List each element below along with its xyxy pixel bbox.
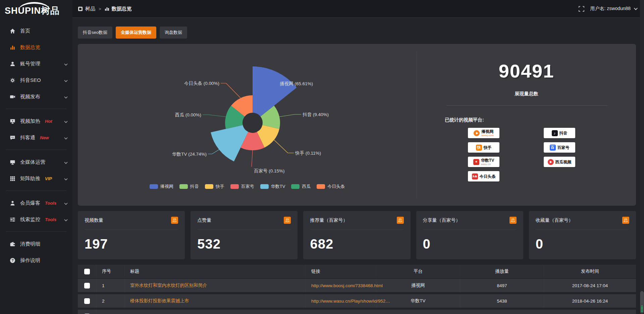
sidebar-item-home[interactable]: 首页	[0, 23, 72, 38]
sidebar-item-tag: Tools	[45, 217, 56, 222]
tab-2[interactable]: 询盘数据	[160, 27, 187, 39]
legend-item-播视网[interactable]: 播视网	[150, 184, 173, 190]
sidebar-item-user[interactable]: 账号管理	[0, 56, 72, 71]
播视网-logo-icon	[474, 130, 480, 136]
summary-panel: 90491 展现量总数 已统计的视频平台: 播视网boosj.com♪抖音快快手…	[417, 44, 636, 206]
breadcrumb-root[interactable]: 树品	[85, 6, 95, 12]
total-badge[interactable]: 总	[284, 217, 291, 224]
user-menu-chevron-icon	[634, 6, 638, 10]
legend-label: 快手	[216, 184, 224, 190]
pie-label-line	[252, 150, 253, 167]
sidebar-item-question[interactable]: ?操作说明	[0, 253, 72, 268]
cell-link[interactable]: http://www.boosj.com/7338468.html	[306, 279, 376, 292]
monitor-icon	[9, 159, 15, 165]
chevron-down-icon[interactable]	[64, 200, 68, 206]
stat-card-label: 推荐量（百家号）	[310, 217, 347, 223]
person-icon	[9, 200, 15, 206]
stat-card-label: 点赞量	[197, 217, 211, 223]
sidebar-item-chat[interactable]: 抖客通New	[0, 130, 72, 145]
platform-badge-快手[interactable]: 快快手	[468, 142, 499, 153]
legend-label: 播视网	[160, 184, 173, 190]
platform-badge-今日头条[interactable]: 头条今日头条	[468, 171, 499, 181]
page-scrollbar[interactable]	[640, 0, 644, 314]
chevron-down-icon[interactable]	[64, 159, 68, 165]
wallet-icon	[9, 241, 15, 247]
sidebar-item-label: 账号管理	[20, 61, 40, 67]
chevron-down-icon[interactable]	[64, 61, 68, 67]
sidebar-item-gear[interactable]: 抖音SEO	[0, 73, 72, 88]
row-checkbox[interactable]	[84, 298, 90, 304]
sidebar-item-label: 数据总览	[20, 44, 40, 51]
tab-1[interactable]: 全媒体运营数据	[116, 27, 156, 39]
chevron-down-icon[interactable]	[64, 77, 68, 83]
topbar-right: 用户名: zswodun88	[579, 6, 637, 12]
breadcrumb-current: 数据总览	[112, 6, 132, 12]
select-all-checkbox[interactable]	[84, 269, 90, 274]
user-icon	[9, 61, 15, 67]
华数TV-logo-icon: ✶	[473, 159, 479, 165]
legend-item-西瓜[interactable]: 西瓜	[291, 184, 311, 190]
cell-idx: 2	[97, 294, 125, 308]
total-badge[interactable]: 总	[509, 217, 517, 224]
row-checkbox-cell	[78, 294, 97, 308]
stat-card-value: 532	[197, 237, 291, 252]
百家号-logo-icon: 百	[550, 145, 556, 151]
sidebar-item-person[interactable]: 会员爆客Tools	[0, 196, 72, 210]
legend-swatch	[179, 184, 188, 189]
cell-time: 2017-08-24 17:04	[544, 279, 636, 292]
username-display[interactable]: 用户名: zswodun88	[590, 6, 637, 12]
topbar: 树品 > 数据总览 用户名: zswodun88	[72, 0, 644, 18]
total-badge[interactable]: 总	[622, 217, 629, 224]
platform-badge-播视网[interactable]: 播视网boosj.com	[468, 128, 499, 138]
legend-swatch	[260, 184, 269, 189]
video-camera-icon	[9, 94, 15, 100]
platform-badge-西瓜视频[interactable]: 西瓜视频	[544, 157, 575, 167]
total-badge[interactable]: 总	[397, 217, 404, 224]
total-badge[interactable]: 总	[171, 217, 178, 224]
rose-pie-chart[interactable]: 播视网 (65.61%)抖音 (9.40%)快手 (0.11%)百家号 (0.1…	[78, 44, 417, 206]
sidebar-item-screen-play[interactable]: 视频加热Hot	[0, 114, 72, 128]
legend-item-华数TV[interactable]: 华数TV	[260, 184, 285, 190]
sidebar-item-wallet[interactable]: 消费明细	[0, 237, 72, 251]
platform-name: 华数TV	[481, 158, 494, 162]
sidebar-menu: 首页数据总览账号管理抖音SEO视频发布视频加热Hot抖客通New全媒体运营矩阵助…	[0, 23, 72, 268]
scrollbar-thumb[interactable]	[640, 291, 644, 313]
chevron-down-icon[interactable]	[64, 94, 68, 100]
stat-card-head: 视频数量总	[85, 211, 178, 230]
legend-item-快手[interactable]: 快手	[205, 184, 224, 190]
fullscreen-icon[interactable]	[579, 6, 584, 12]
platform-badge-百家号[interactable]: 百百家号	[544, 142, 575, 153]
legend-item-百家号[interactable]: 百家号	[230, 184, 254, 190]
cell-link[interactable]: http://www.wasu.cn/Play/show/id/952…	[306, 294, 376, 308]
pie-slice-华数TV[interactable]	[211, 125, 248, 162]
chevron-down-icon[interactable]	[64, 217, 68, 222]
sidebar-item-sliders[interactable]: 线索监控Tools	[0, 212, 72, 227]
sidebar-item-label: 会员爆客	[20, 200, 40, 206]
platform-name: 快手	[484, 146, 492, 150]
chart-bars-icon	[9, 44, 15, 50]
pie-center-hole	[243, 113, 263, 133]
summary-rule	[446, 105, 607, 106]
chevron-down-icon[interactable]	[64, 176, 68, 181]
legend-item-抖音[interactable]: 抖音	[179, 184, 199, 190]
chevron-down-icon[interactable]	[64, 135, 68, 141]
stat-card-2: 推荐量（百家号）总682	[303, 211, 410, 259]
impressions-total-value: 90491	[417, 60, 636, 82]
cell-title[interactable]: 室外水纹灯和室内水纹灯的区别和简介	[125, 279, 306, 292]
sidebar-item-grid[interactable]: 矩阵助推VIP	[0, 171, 72, 186]
legend-item-今日头条[interactable]: 今日头条	[317, 184, 345, 190]
sidebar-item-tag: Tools	[45, 201, 56, 206]
sidebar-item-chart-bars[interactable]: 数据总览	[0, 40, 72, 55]
cell-title[interactable]: 楼体投影灯投影效果震撼上市	[125, 294, 306, 308]
sliders-icon	[9, 216, 15, 222]
sidebar-divider	[6, 150, 66, 150]
row-checkbox[interactable]	[84, 283, 90, 289]
sidebar-item-tag: New	[40, 135, 49, 140]
platform-badge-抖音[interactable]: ♪抖音	[544, 128, 575, 138]
tab-0[interactable]: 抖音seo数据	[78, 27, 112, 39]
sidebar-item-video-camera[interactable]: 视频发布	[0, 89, 72, 104]
platform-badge-华数TV[interactable]: ✶华数TVwasu.cn	[468, 157, 499, 167]
sidebar-item-monitor[interactable]: 全媒体运营	[0, 155, 72, 169]
legend-label: 抖音	[190, 184, 199, 190]
chevron-down-icon[interactable]	[64, 118, 68, 124]
